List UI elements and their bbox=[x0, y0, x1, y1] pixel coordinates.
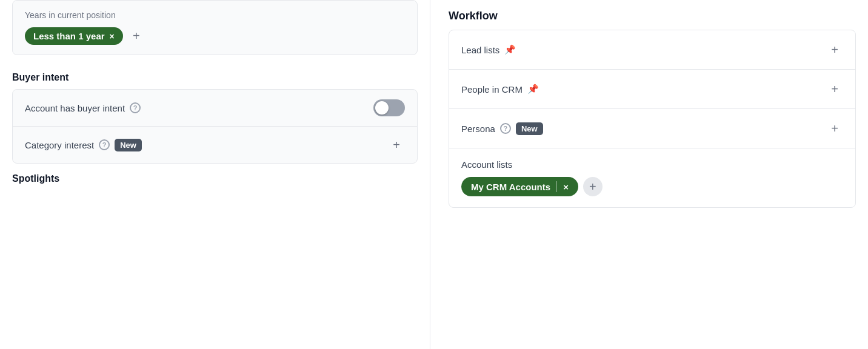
buyer-intent-card: Account has buyer intent ? Category inte… bbox=[12, 89, 418, 164]
my-crm-accounts-text: My CRM Accounts bbox=[471, 182, 550, 192]
account-buyer-intent-help-icon[interactable]: ? bbox=[130, 102, 141, 113]
persona-row: Persona ? New + bbox=[449, 109, 855, 148]
less-than-year-tag: Less than 1 year × bbox=[25, 27, 123, 45]
category-interest-add-button[interactable]: + bbox=[388, 136, 405, 153]
lead-lists-label-group: Lead lists 📌 bbox=[461, 44, 516, 55]
persona-label-group: Persona ? New bbox=[461, 122, 543, 135]
persona-add-button[interactable]: + bbox=[826, 120, 843, 137]
workflow-heading: Workflow bbox=[449, 0, 856, 30]
account-lists-row: Account lists My CRM Accounts × + bbox=[449, 148, 855, 207]
toggle-slider bbox=[373, 99, 405, 116]
lead-lists-add-button[interactable]: + bbox=[826, 41, 843, 58]
right-panel: Workflow Lead lists 📌 + People in CRM 📌 … bbox=[430, 0, 868, 349]
lead-lists-text: Lead lists bbox=[461, 45, 499, 55]
persona-help-icon[interactable]: ? bbox=[500, 123, 511, 134]
less-than-year-close[interactable]: × bbox=[110, 32, 115, 41]
account-lists-label: Account lists bbox=[461, 159, 512, 170]
years-position-label: Years in current position bbox=[25, 10, 405, 20]
account-buyer-intent-row: Account has buyer intent ? bbox=[13, 90, 417, 127]
people-in-crm-row: People in CRM 📌 + bbox=[449, 70, 855, 109]
lead-lists-pin-icon: 📌 bbox=[504, 44, 516, 55]
persona-new-badge: New bbox=[516, 122, 543, 135]
people-in-crm-label-group: People in CRM 📌 bbox=[461, 84, 539, 95]
lead-lists-row: Lead lists 📌 + bbox=[449, 30, 855, 70]
account-buyer-intent-left: Account has buyer intent ? bbox=[25, 102, 141, 113]
account-lists-add-button[interactable]: + bbox=[583, 177, 603, 196]
my-crm-accounts-close[interactable]: × bbox=[563, 182, 569, 192]
workflow-rows-container: Lead lists 📌 + People in CRM 📌 + Persona… bbox=[449, 30, 856, 208]
category-interest-left: Category interest ? New bbox=[25, 139, 142, 151]
crm-tag-divider bbox=[556, 181, 557, 192]
people-in-crm-text: People in CRM bbox=[461, 84, 522, 95]
people-in-crm-pin-icon: 📌 bbox=[527, 84, 539, 95]
people-in-crm-add-button[interactable]: + bbox=[826, 81, 843, 98]
category-interest-row: Category interest ? New + bbox=[13, 127, 417, 163]
spotlights-heading: Spotlights bbox=[12, 164, 418, 190]
years-position-card: Years in current position Less than 1 ye… bbox=[12, 0, 418, 55]
left-panel: Years in current position Less than 1 ye… bbox=[0, 0, 430, 349]
buyer-intent-heading: Buyer intent bbox=[12, 62, 418, 89]
years-add-button[interactable]: + bbox=[128, 28, 145, 45]
category-interest-new-badge: New bbox=[115, 139, 142, 151]
account-lists-text: Account lists bbox=[461, 159, 512, 170]
account-buyer-intent-toggle[interactable] bbox=[373, 99, 405, 116]
my-crm-accounts-tag: My CRM Accounts × bbox=[461, 177, 578, 196]
persona-text: Persona bbox=[461, 124, 495, 134]
less-than-year-text: Less than 1 year bbox=[33, 31, 105, 41]
account-buyer-intent-label: Account has buyer intent bbox=[25, 103, 125, 113]
category-interest-help-icon[interactable]: ? bbox=[99, 139, 110, 150]
category-interest-label: Category interest bbox=[25, 140, 94, 150]
account-lists-tag-row: My CRM Accounts × + bbox=[461, 177, 603, 196]
years-tag-row: Less than 1 year × + bbox=[25, 27, 405, 45]
